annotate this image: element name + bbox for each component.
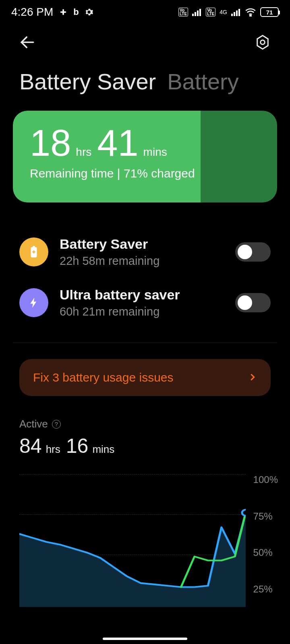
svg-rect-5 — [199, 9, 201, 16]
status-bar: 4:26 PM b VoLTE VoLTE 4G 71 — [0, 0, 290, 24]
hours-unit: hrs — [73, 146, 95, 163]
svg-point-12 — [261, 40, 265, 45]
svg-marker-11 — [257, 35, 268, 49]
battery-saver-title: Battery Saver — [60, 236, 224, 252]
svg-rect-9 — [238, 9, 240, 16]
remaining-hours: 18 — [30, 124, 71, 161]
help-icon[interactable]: ? — [52, 420, 61, 429]
settings-button[interactable] — [253, 33, 272, 52]
battery-saver-row[interactable]: Battery Saver 22h 58m remaining — [19, 227, 271, 277]
slack-icon — [59, 8, 68, 17]
signal-icon-2 — [231, 8, 241, 16]
network-4g: 4G — [220, 10, 227, 14]
ultra-saver-toggle[interactable] — [235, 293, 271, 312]
svg-rect-3 — [195, 12, 196, 16]
remaining-mins: 41 — [97, 124, 138, 161]
chevron-right-icon — [248, 371, 257, 384]
active-hours: 84 — [19, 434, 42, 458]
bolt-icon — [19, 288, 48, 317]
battery-saver-icon — [19, 237, 48, 266]
chart-y-ticks: 100% 75% 50% 25% — [253, 474, 278, 595]
volte-icon: VoLTE — [178, 8, 188, 17]
fix-issues-label: Fix 3 battery usage issues — [33, 371, 174, 384]
battery-indicator: 71 — [260, 7, 279, 17]
svg-point-10 — [250, 15, 251, 17]
remaining-subtitle: Remaining time | 71% charged — [30, 167, 260, 180]
tab-battery[interactable]: Battery — [167, 68, 238, 95]
battery-remaining-card[interactable]: 18 hrs 41 mins Remaining time | 71% char… — [13, 111, 277, 202]
svg-rect-7 — [234, 12, 235, 16]
svg-rect-4 — [197, 10, 199, 16]
active-hours-unit: hrs — [44, 443, 64, 458]
battery-chart: 100% 75% 50% 25% — [0, 458, 290, 607]
active-mins: 16 — [66, 434, 89, 458]
fix-issues-button[interactable]: Fix 3 battery usage issues — [19, 359, 271, 396]
wifi-icon — [245, 8, 256, 17]
svg-rect-1 — [62, 9, 64, 15]
svg-point-17 — [242, 510, 246, 516]
mins-unit: mins — [141, 146, 170, 163]
status-time: 4:26 PM — [11, 6, 53, 19]
svg-rect-6 — [231, 14, 233, 16]
gear-small-icon — [85, 8, 93, 17]
svg-rect-2 — [192, 14, 194, 16]
back-button[interactable] — [18, 33, 37, 52]
signal-icon — [192, 8, 202, 16]
svg-rect-16 — [33, 250, 35, 254]
battery-saver-sub: 22h 58m remaining — [60, 254, 224, 268]
home-indicator[interactable] — [103, 638, 187, 640]
tabs: Battery Saver Battery — [0, 60, 290, 111]
app-bar — [0, 24, 290, 60]
active-mins-unit: mins — [91, 443, 118, 458]
tab-battery-saver[interactable]: Battery Saver — [19, 68, 156, 95]
ultra-saver-sub: 60h 21m remaining — [60, 305, 224, 318]
app-icon: b — [73, 7, 79, 17]
svg-rect-14 — [33, 246, 35, 248]
volte-icon-2: VoLTE — [206, 8, 215, 17]
svg-rect-8 — [236, 10, 238, 16]
active-label: Active — [19, 418, 48, 430]
ultra-saver-row[interactable]: Ultra battery saver 60h 21m remaining — [19, 277, 271, 328]
ultra-saver-title: Ultra battery saver — [60, 287, 224, 303]
battery-saver-toggle[interactable] — [235, 242, 271, 262]
